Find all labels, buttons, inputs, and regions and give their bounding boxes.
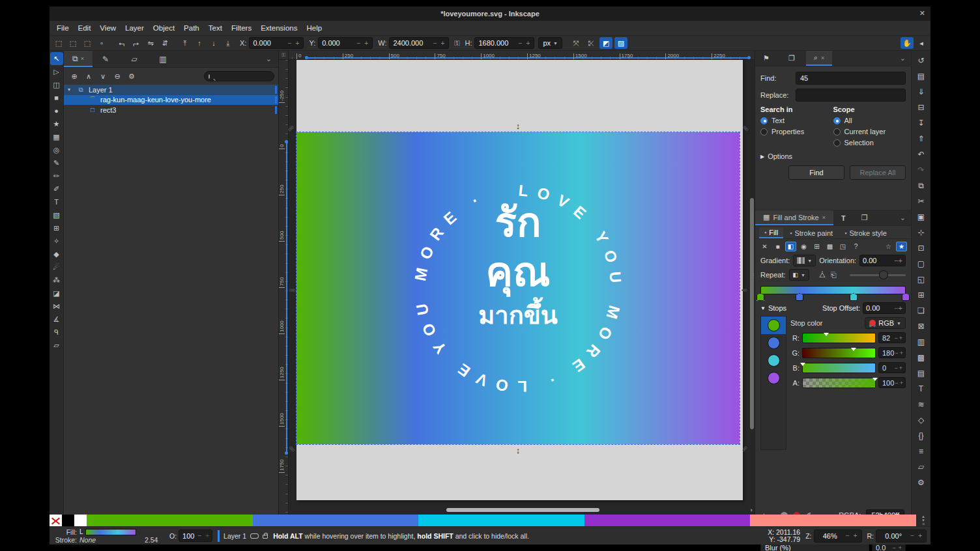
- unknown-paint-icon[interactable]: ?: [850, 242, 861, 251]
- lower-icon[interactable]: ↓: [207, 37, 220, 49]
- menu-item[interactable]: File: [52, 22, 74, 34]
- box-3d-tool[interactable]: ▦: [50, 130, 63, 143]
- expander-icon[interactable]: ▾: [68, 87, 73, 92]
- menu-item[interactable]: Text: [204, 22, 227, 34]
- edit-gradient-icon[interactable]: ⎗: [831, 271, 837, 279]
- replace-input[interactable]: [796, 89, 906, 102]
- stop-list-item[interactable]: [761, 352, 786, 369]
- x-spinbox[interactable]: 0.000 −+: [249, 37, 304, 49]
- zoom-drawing-icon[interactable]: ⊹: [914, 225, 929, 240]
- menu-item[interactable]: View: [95, 22, 121, 34]
- options-expander[interactable]: ▶ Options: [760, 152, 906, 160]
- export-icon[interactable]: ⇑: [914, 131, 929, 147]
- scope-radio[interactable]: Current layer: [833, 128, 906, 135]
- menu-item[interactable]: Layer: [121, 22, 149, 34]
- stops-expander[interactable]: ▼: [760, 305, 766, 311]
- menu-item[interactable]: Object: [149, 22, 179, 34]
- color-managed-icon[interactable]: ◑: [749, 507, 753, 513]
- stop-offset-spinbox[interactable]: 0.00 −+: [863, 302, 906, 314]
- scale-gradient-toggle[interactable]: ◩: [599, 37, 612, 49]
- channel-slider[interactable]: [802, 378, 876, 388]
- stop-list-item[interactable]: [761, 334, 786, 352]
- paint-subtab[interactable]: ▪Fill: [759, 227, 783, 238]
- menu-item[interactable]: Edit: [74, 22, 96, 34]
- color-mode-dropdown[interactable]: RGB▼: [865, 317, 906, 329]
- remove-layer-button[interactable]: ⊖: [111, 70, 124, 82]
- rotation-indicator[interactable]: R: 0.00° −+: [867, 530, 927, 543]
- undo-history-icon[interactable]: ↺: [914, 53, 929, 68]
- swatch-icon[interactable]: ◳: [837, 242, 848, 251]
- image-icon[interactable]: ▥: [914, 334, 929, 350]
- highlight-chip[interactable]: [275, 86, 277, 94]
- horizontal-ruler[interactable]: 0250500750100012501500175020002250: [289, 51, 755, 60]
- spiral-tool[interactable]: ◎: [50, 143, 63, 156]
- star-tool[interactable]: ★: [50, 117, 63, 130]
- dock-menu-chevron[interactable]: ⌄: [895, 54, 911, 63]
- channel-slider[interactable]: [802, 333, 876, 343]
- find-dialog-tab[interactable]: ⌕×: [806, 51, 832, 66]
- canvas-viewport[interactable]: LOVE YOU MORE · LOVE YOU MORE · รัก คุณ …: [289, 60, 755, 515]
- objects-dialog-tab[interactable]: ⧉×: [64, 51, 93, 67]
- gradient-select-dropdown[interactable]: ▼: [793, 255, 816, 266]
- pencil-tool[interactable]: ✏: [50, 169, 63, 182]
- paint-subtab[interactable]: ▪Stroke paint: [785, 227, 838, 238]
- star-filled-icon[interactable]: ★: [896, 242, 907, 251]
- objects-search[interactable]: [204, 71, 274, 81]
- xml-editor-icon[interactable]: ◇: [914, 412, 929, 428]
- opacity-indicator[interactable]: O: 100 −+: [169, 530, 212, 542]
- zoom-page-width-icon[interactable]: ◱: [914, 272, 929, 287]
- mesh-tool[interactable]: ⊞: [50, 221, 63, 234]
- rotate-cw-icon[interactable]: ⮣: [130, 37, 143, 49]
- braces-icon[interactable]: {}: [914, 428, 929, 444]
- close-icon[interactable]: ✕: [919, 9, 925, 18]
- ruler-lock-icon[interactable]: ⚿: [279, 51, 289, 60]
- w-spinbox[interactable]: 2400.000 −+: [389, 37, 449, 49]
- scale-handle-nw[interactable]: ↕: [287, 124, 296, 133]
- palette-scroll-controls[interactable]: ▴▾≡: [916, 515, 930, 526]
- preferences-icon[interactable]: ⚙: [914, 475, 929, 490]
- duplicate-icon[interactable]: ⊞: [914, 287, 929, 303]
- collapse-toolbar-icon[interactable]: ◂: [915, 37, 928, 49]
- document-properties-icon[interactable]: ▱: [914, 459, 929, 475]
- highlight-chip[interactable]: [275, 106, 277, 114]
- selection-box-toggle-icon[interactable]: ▫: [95, 37, 108, 49]
- y-spinbox[interactable]: 0.000 −+: [318, 37, 373, 49]
- text-tool[interactable]: T: [50, 195, 63, 208]
- palette-swatch[interactable]: [418, 515, 584, 526]
- raise-icon[interactable]: ↑: [193, 37, 206, 49]
- image-trace-icon[interactable]: ▩: [914, 350, 929, 365]
- channel-value[interactable]: 100 −+: [878, 377, 906, 388]
- selector-tool[interactable]: ↖: [50, 52, 63, 65]
- text-dialog-tab[interactable]: T: [833, 210, 854, 225]
- channel-value[interactable]: 82 −+: [878, 332, 906, 343]
- clone-icon[interactable]: ❏: [914, 303, 929, 318]
- scope-radio[interactable]: All: [833, 117, 906, 124]
- radial-gradient-icon[interactable]: ◉: [798, 242, 809, 251]
- scale-stroke-toggle[interactable]: ⤧: [569, 37, 583, 49]
- flip-horizontal-icon[interactable]: ⇋: [144, 37, 157, 49]
- highlight-chip[interactable]: [275, 96, 277, 104]
- spray-tool[interactable]: ⁂: [50, 274, 63, 287]
- deselect-icon[interactable]: ⬚: [81, 37, 94, 49]
- undo-icon[interactable]: ↶: [914, 147, 929, 162]
- tweak-tool[interactable]: ☄: [50, 261, 63, 274]
- print-icon[interactable]: ⊟: [914, 100, 929, 115]
- raise-to-top-icon[interactable]: ⤒: [179, 37, 192, 49]
- h-spinbox[interactable]: 1680.000 −+: [474, 37, 534, 49]
- flip-vertical-icon[interactable]: ⇵: [158, 37, 171, 49]
- selected-gradient-rect[interactable]: LOVE YOU MORE · LOVE YOU MORE · รัก คุณ …: [296, 132, 740, 444]
- fs-menu-chevron[interactable]: ⌄: [895, 214, 911, 222]
- panel-menu-chevron[interactable]: ⌄: [259, 55, 278, 63]
- rotate-ccw-icon[interactable]: ⮢: [115, 37, 128, 49]
- scale-corners-toggle[interactable]: ⤪: [584, 37, 598, 49]
- palette-swatch[interactable]: [750, 515, 916, 526]
- palette-swatch[interactable]: [62, 515, 74, 526]
- unlink-clone-icon[interactable]: ⊠: [914, 318, 929, 334]
- cut-icon[interactable]: ✂: [914, 193, 929, 209]
- flat-color-icon[interactable]: ■: [772, 242, 783, 251]
- calligraphy-tool[interactable]: ✐: [50, 182, 63, 195]
- current-layer-indicator[interactable]: Layer 1: [218, 530, 268, 542]
- scale-handle-s[interactable]: ↕: [516, 446, 521, 455]
- channel-slider[interactable]: [802, 348, 876, 358]
- pen-tool[interactable]: ✎: [50, 156, 63, 169]
